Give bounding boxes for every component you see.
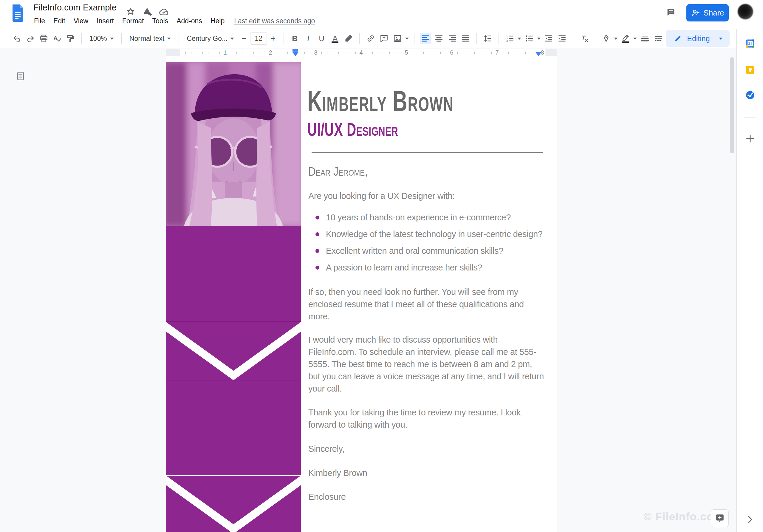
mode-selector[interactable]: Editing	[666, 30, 729, 47]
menu-file[interactable]: File	[30, 17, 49, 25]
align-justify-icon	[461, 34, 471, 43]
menu-view[interactable]: View	[69, 17, 92, 25]
increase-font-size-button[interactable]: +	[268, 34, 278, 44]
line-dash-button[interactable]	[653, 33, 664, 44]
italic-button[interactable]: I	[303, 33, 314, 44]
pen-color-button[interactable]	[620, 33, 631, 44]
underline-button[interactable]: U	[316, 33, 327, 44]
right-indent-marker[interactable]	[535, 52, 541, 56]
document-page[interactable]: Kimberly Brown UI/UX Designer Dear Jerom…	[166, 56, 557, 532]
line-dash-icon	[654, 34, 663, 43]
chevron-down-icon	[167, 38, 171, 40]
add-addon-button[interactable]	[744, 133, 756, 144]
insert-link-button[interactable]	[365, 33, 376, 44]
pen-nib-icon	[601, 34, 611, 43]
user-avatar[interactable]	[738, 4, 753, 19]
text-color-swatch	[332, 42, 338, 43]
align-right-button[interactable]	[447, 33, 458, 44]
add-comment-button[interactable]	[379, 33, 389, 44]
insert-image-button[interactable]	[392, 33, 403, 44]
menu-format[interactable]: Format	[118, 17, 148, 25]
app-header: FileInfo.com Example File Edit View Inse…	[0, 0, 763, 29]
person-add-icon	[691, 8, 701, 18]
qualification-list: 10 years of hands-on experience in e-com…	[308, 209, 544, 276]
highlighter-icon	[344, 34, 353, 43]
tasks-icon[interactable]	[745, 90, 756, 100]
vertical-scrollbar-thumb[interactable]	[730, 57, 734, 153]
first-line-indent-marker[interactable]	[292, 49, 298, 52]
border-color-chevron-icon[interactable]	[614, 38, 617, 40]
bulleted-list-button[interactable]	[524, 33, 535, 44]
undo-button[interactable]	[11, 33, 22, 44]
google-docs-logo-icon[interactable]	[11, 3, 25, 23]
highlight-color-button[interactable]	[343, 33, 354, 44]
menu-edit[interactable]: Edit	[49, 17, 69, 25]
image-icon	[393, 34, 402, 43]
portrait-photo[interactable]	[166, 62, 301, 226]
bulleted-list-icon	[524, 34, 534, 43]
chevron-down-icon	[231, 38, 234, 40]
link-icon	[366, 34, 376, 43]
letter-salutation: Dear Jerome,	[308, 165, 377, 178]
align-left-icon	[421, 34, 430, 43]
letter-intro: Are you looking for a UX Designer with:	[308, 190, 544, 202]
decrease-font-size-button[interactable]: −	[239, 34, 249, 44]
menu-tools[interactable]: Tools	[148, 17, 172, 25]
print-icon	[39, 34, 49, 43]
border-color-button[interactable]	[600, 33, 611, 44]
bold-button[interactable]: B	[289, 33, 300, 44]
increase-indent-button[interactable]	[556, 33, 567, 44]
image-menu-chevron-icon[interactable]	[405, 38, 409, 40]
decrease-indent-button[interactable]	[543, 33, 554, 44]
text-color-button[interactable]: A	[329, 33, 341, 44]
purple-block	[166, 226, 301, 322]
feedback-button[interactable]	[711, 509, 729, 527]
zoom-select[interactable]: 100%	[87, 33, 116, 45]
align-center-button[interactable]	[433, 33, 444, 44]
document-title[interactable]: FileInfo.com Example	[33, 3, 117, 13]
letter-paragraph: If so, then you need look no further. Yo…	[308, 286, 544, 323]
menu-addons[interactable]: Add-ons	[172, 17, 206, 25]
numbered-list-chevron-icon[interactable]	[518, 38, 521, 40]
comment-add-icon	[379, 34, 389, 43]
horizontal-ruler[interactable]: 1 2 3 4 5 6 7 8	[166, 49, 557, 57]
paragraph-style-select[interactable]: Normal text	[127, 33, 173, 45]
pen-color-chevron-icon[interactable]	[633, 38, 637, 40]
line-weight-button[interactable]	[639, 33, 650, 44]
left-indent-marker[interactable]	[292, 52, 298, 56]
last-edit-link[interactable]: Last edit was seconds ago	[234, 17, 315, 25]
align-right-icon	[448, 34, 457, 43]
menu-help[interactable]: Help	[206, 17, 229, 25]
align-left-button[interactable]	[420, 33, 431, 44]
paint-format-button[interactable]	[65, 33, 76, 44]
numbered-list-button[interactable]: 123	[504, 33, 515, 44]
font-select[interactable]: Century Go...	[184, 33, 236, 45]
print-button[interactable]	[38, 33, 49, 44]
ruler-number: 5	[403, 49, 409, 56]
ruler-number: 3	[312, 49, 319, 56]
letter-paragraph: Thank you for taking the time to review …	[308, 406, 544, 431]
share-button[interactable]: Share	[686, 4, 729, 22]
hide-side-panel-button[interactable]	[744, 514, 755, 525]
zoom-value: 100%	[89, 35, 107, 43]
panel-divider	[744, 117, 756, 118]
open-comments-icon[interactable]	[666, 7, 676, 17]
show-document-outline-button[interactable]	[16, 70, 26, 82]
bulleted-list-chevron-icon[interactable]	[537, 38, 541, 40]
clear-formatting-button[interactable]	[579, 33, 590, 44]
line-spacing-button[interactable]	[482, 33, 493, 44]
increase-indent-icon	[557, 34, 567, 43]
numbered-list-icon: 123	[505, 34, 515, 43]
svg-text:31: 31	[748, 42, 752, 46]
ruler-left-margin	[166, 49, 180, 57]
keep-icon[interactable]	[745, 64, 756, 75]
menu-insert[interactable]: Insert	[92, 17, 118, 25]
redo-icon	[26, 34, 35, 43]
spellcheck-button[interactable]: A	[52, 33, 62, 44]
redo-button[interactable]	[25, 33, 36, 44]
justify-button[interactable]	[460, 33, 471, 44]
font-size-input[interactable]: 12	[250, 32, 267, 45]
letter-name-heading: Kimberly Brown	[307, 86, 516, 116]
calendar-icon[interactable]: 31	[745, 38, 756, 49]
ruler-number: 2	[267, 49, 273, 56]
